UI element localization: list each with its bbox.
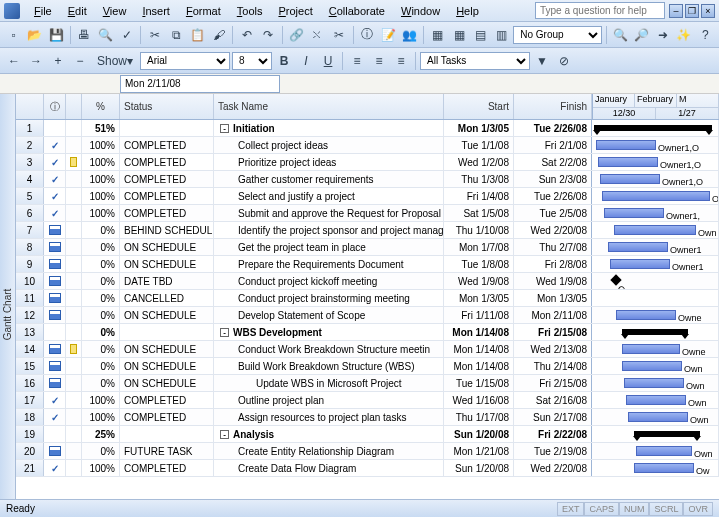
row-number[interactable]: 21 [16, 460, 44, 476]
indicator-cell[interactable]: ✓ [44, 154, 66, 170]
percent-cell[interactable]: 100% [82, 460, 120, 476]
task-bar[interactable]: Own [626, 395, 686, 405]
start-cell[interactable]: Tue 1/15/08 [444, 375, 514, 391]
row-number[interactable]: 12 [16, 307, 44, 323]
task-name-cell[interactable]: Assign resources to project plan tasks [214, 409, 444, 425]
task-name-cell[interactable]: Prioritize project ideas [214, 154, 444, 170]
task-name-cell[interactable]: Gather customer requirements [214, 171, 444, 187]
finish-cell[interactable]: Sun 2/3/08 [514, 171, 592, 187]
row-number[interactable]: 6 [16, 205, 44, 221]
start-cell[interactable]: Mon 1/14/08 [444, 358, 514, 374]
percent-cell[interactable]: 0% [82, 375, 120, 391]
start-cell[interactable]: Thu 1/3/08 [444, 171, 514, 187]
indicator-cell[interactable]: ✓ [44, 137, 66, 153]
percent-cell[interactable]: 0% [82, 290, 120, 306]
indicator-cell[interactable] [44, 222, 66, 238]
notes-cell[interactable] [66, 358, 82, 374]
status-cell[interactable]: COMPLETED [120, 154, 214, 170]
task-name-cell[interactable]: Conduct project kickoff meeting [214, 273, 444, 289]
col-indicators[interactable]: ⓘ [44, 94, 66, 119]
summary-bar[interactable] [634, 431, 700, 437]
start-cell[interactable]: Wed 1/2/08 [444, 154, 514, 170]
col-finish[interactable]: Finish [514, 94, 592, 119]
gantt-cell[interactable]: Owner1,O [592, 137, 719, 153]
row-number[interactable]: 1 [16, 120, 44, 136]
italic-button[interactable]: I [296, 51, 316, 71]
start-cell[interactable]: Sat 1/5/08 [444, 205, 514, 221]
gantt-cell[interactable]: Own [592, 358, 719, 374]
gantt-cell[interactable]: Own [592, 222, 719, 238]
finish-cell[interactable]: Wed 1/9/08 [514, 273, 592, 289]
task-name-cell[interactable]: -Analysis [214, 426, 444, 442]
gantt-cell[interactable]: Own [592, 375, 719, 391]
task-row[interactable]: 150%ON SCHEDULEBuild Work Breakdown Stru… [16, 358, 719, 375]
summary-bar[interactable] [594, 125, 712, 131]
start-cell[interactable]: Tue 1/1/08 [444, 137, 514, 153]
notes-cell[interactable] [66, 426, 82, 442]
task-bar[interactable]: Owner1 [608, 242, 668, 252]
menu-collaborate[interactable]: Collaborate [321, 3, 393, 19]
task-bar[interactable]: Owner1,O [600, 174, 660, 184]
gantt-cell[interactable]: Owner1, [592, 205, 719, 221]
percent-cell[interactable]: 0% [82, 443, 120, 459]
hide-subtasks-icon[interactable]: − [70, 51, 90, 71]
row-number[interactable]: 14 [16, 341, 44, 357]
gantt-cell[interactable] [592, 290, 719, 306]
gantt-cell[interactable]: Owne [592, 307, 719, 323]
view-bar[interactable]: Gantt Chart [0, 94, 16, 517]
menu-insert[interactable]: Insert [134, 3, 178, 19]
row-number[interactable]: 2 [16, 137, 44, 153]
gantt-cell[interactable]: Ow [592, 460, 719, 476]
notes-cell[interactable] [66, 239, 82, 255]
align-right-icon[interactable]: ≡ [391, 51, 411, 71]
notes-cell[interactable] [66, 392, 82, 408]
percent-cell[interactable]: 100% [82, 188, 120, 204]
row-number[interactable]: 17 [16, 392, 44, 408]
publish-icon[interactable]: ▦ [428, 25, 447, 45]
task-row[interactable]: 200%FUTURE TASKCreate Entity Relationshi… [16, 443, 719, 460]
indent-icon[interactable]: → [26, 51, 46, 71]
notes-cell[interactable] [66, 256, 82, 272]
font-size-select[interactable]: 8 [232, 52, 272, 70]
status-cell[interactable]: COMPLETED [120, 409, 214, 425]
notes-cell[interactable] [66, 443, 82, 459]
task-row[interactable]: 17✓100%COMPLETEDOutline project planWed … [16, 392, 719, 409]
start-cell[interactable]: Thu 1/17/08 [444, 409, 514, 425]
corner-cell[interactable] [16, 94, 44, 119]
menu-format[interactable]: Format [178, 3, 229, 19]
row-number[interactable]: 18 [16, 409, 44, 425]
task-row[interactable]: 70%BEHIND SCHEDULEIdentify the project s… [16, 222, 719, 239]
gantt-cell[interactable] [592, 324, 719, 340]
percent-cell[interactable]: 0% [82, 273, 120, 289]
status-cell[interactable]: COMPLETED [120, 188, 214, 204]
finish-cell[interactable]: Thu 2/7/08 [514, 239, 592, 255]
start-cell[interactable]: Wed 1/16/08 [444, 392, 514, 408]
percent-cell[interactable]: 100% [82, 137, 120, 153]
task-row[interactable]: 160%ON SCHEDULEUpdate WBS in Microsoft P… [16, 375, 719, 392]
finish-cell[interactable]: Thu 2/14/08 [514, 358, 592, 374]
status-cell[interactable]: ON SCHEDULE [120, 256, 214, 272]
spelling-icon[interactable]: ✓ [117, 25, 136, 45]
menu-edit[interactable]: Edit [60, 3, 95, 19]
finish-cell[interactable]: Tue 2/5/08 [514, 205, 592, 221]
milestone-icon[interactable]: Owner1,Owner2,O [610, 274, 621, 285]
outline-toggle-icon[interactable]: - [220, 328, 229, 337]
percent-cell[interactable]: 0% [82, 256, 120, 272]
indicator-cell[interactable]: ✓ [44, 392, 66, 408]
help-icon[interactable]: ? [696, 25, 715, 45]
menu-view[interactable]: View [95, 3, 135, 19]
task-bar[interactable]: O [602, 191, 710, 201]
task-row[interactable]: 100%DATE TBDConduct project kickoff meet… [16, 273, 719, 290]
menu-project[interactable]: Project [270, 3, 320, 19]
task-bar[interactable]: Owner1 [610, 259, 670, 269]
notes-cell[interactable] [66, 290, 82, 306]
assign-icon[interactable]: 👥 [400, 25, 419, 45]
row-number[interactable]: 11 [16, 290, 44, 306]
status-cell[interactable]: ON SCHEDULE [120, 239, 214, 255]
goto-icon[interactable]: ➜ [653, 25, 672, 45]
gantt-cell[interactable] [592, 120, 719, 136]
finish-cell[interactable]: Mon 1/3/05 [514, 290, 592, 306]
task-bar[interactable]: Owner1, [604, 208, 664, 218]
status-cell[interactable]: FUTURE TASK [120, 443, 214, 459]
task-name-cell[interactable]: Collect project ideas [214, 137, 444, 153]
